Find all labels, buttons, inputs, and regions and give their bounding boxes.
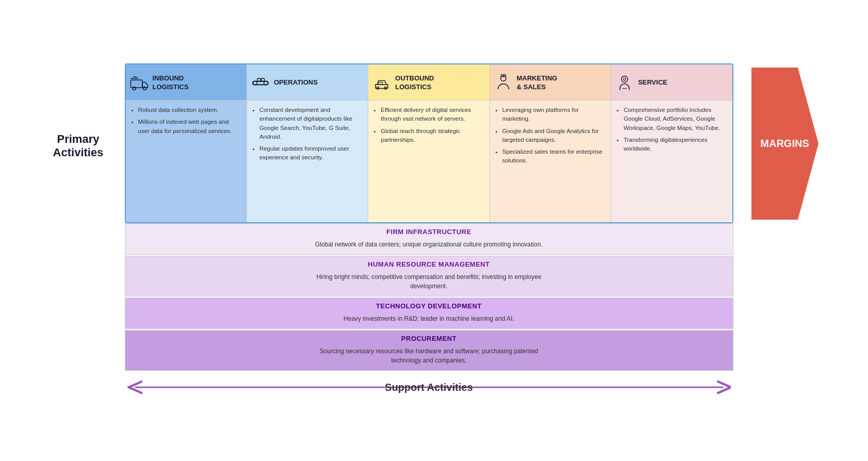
list-item: Constant development and enhancement of … — [259, 106, 363, 141]
proc-content: Sourcing necessary resources like hardwa… — [125, 344, 733, 370]
support-activities-label: Support Activities — [385, 382, 472, 393]
col-content-marketing: Leveraging own platforms for marketing. … — [490, 101, 611, 222]
firm-header: FIRM INFRASTRUCTURE — [125, 224, 733, 238]
primary-activities-section: INBOUND LOGISTICS Robust data collection… — [125, 63, 733, 223]
hrm-content: Hiring bright minds; competitive compens… — [125, 270, 733, 296]
conveyor-icon — [251, 74, 270, 92]
col-title-outbound: OUTBOUND LOGISTICS — [395, 74, 434, 92]
col-header-outbound: OUTBOUND LOGISTICS — [368, 64, 489, 101]
col-content-inbound: Robust data collection system. Millions … — [126, 101, 247, 222]
list-item: Global reach through strategic partnersh… — [381, 127, 484, 145]
col-header-inbound: INBOUND LOGISTICS — [126, 64, 247, 101]
col-header-operations: OPERATIONS — [247, 64, 368, 101]
primary-activities-label: PrimaryActivities — [47, 63, 109, 228]
list-item: Google Ads and Google Analytics for targ… — [502, 127, 605, 145]
column-operations: OPERATIONS Constant development and enha… — [247, 64, 368, 222]
column-marketing: $ MARKETING & SALES Leveraging own platf… — [490, 64, 611, 222]
support-row-proc: PROCUREMENT Sourcing necessary resources… — [125, 330, 733, 371]
support-section: FIRM INFRASTRUCTURE Global network of da… — [125, 223, 733, 371]
service-icon — [615, 74, 634, 92]
col-content-outbound: Efficient delivery of digital services t… — [368, 101, 489, 222]
list-item: Regular updates forimproved user experie… — [259, 144, 363, 162]
col-content-service: Comprehensive portfolio includes Google … — [611, 101, 732, 222]
support-activities-row: Support Activities — [125, 377, 733, 398]
col-header-marketing: $ MARKETING & SALES — [490, 64, 611, 101]
col-title-marketing: MARKETING & SALES — [517, 74, 558, 92]
hrm-header: HUMAN RESOURCE MANAGEMENT — [125, 256, 733, 270]
col-title-service: SERVICE — [638, 78, 667, 87]
proc-header: PROCUREMENT — [125, 331, 733, 344]
col-content-operations: Constant development and enhancement of … — [247, 101, 368, 222]
margins-label: MARGINS — [760, 138, 809, 150]
diagram-container: PrimaryActivities MARGINS INBOU — [47, 48, 821, 413]
svg-point-20 — [624, 78, 626, 80]
tech-content: Heavy investments in R&D; leader in mach… — [125, 312, 733, 328]
list-item: Robust data collection system. — [138, 106, 241, 114]
firm-content: Global network of data centers; unique o… — [125, 238, 733, 254]
column-inbound: INBOUND LOGISTICS Robust data collection… — [126, 64, 247, 222]
svg-point-19 — [621, 76, 628, 82]
column-outbound: OUTBOUND LOGISTICS Efficient delivery of… — [368, 64, 489, 222]
support-row-firm: FIRM INFRASTRUCTURE Global network of da… — [125, 223, 733, 255]
col-header-service: SERVICE — [611, 64, 732, 101]
tech-header: TECHNOLOGY DEVELOPMENT — [125, 298, 733, 312]
truck-icon — [130, 74, 149, 92]
svg-rect-6 — [253, 81, 268, 85]
list-item: Specialized sales teams for enterprise s… — [502, 147, 605, 166]
col-title-inbound: INBOUND LOGISTICS — [153, 74, 189, 92]
list-item: Leveraging own platforms for marketing. — [502, 106, 605, 124]
svg-rect-1 — [130, 80, 142, 88]
column-service: SERVICE Comprehensive portfolio includes… — [611, 64, 732, 222]
col-title-operations: OPERATIONS — [274, 78, 318, 87]
salesperson-icon: $ — [494, 74, 513, 92]
list-item: Transforming digitalexperiences worldwid… — [624, 136, 727, 154]
support-arrow-line: Support Activities — [125, 377, 733, 398]
support-row-tech: TECHNOLOGY DEVELOPMENT Heavy investments… — [125, 298, 733, 329]
margins-arrow: MARGINS — [749, 63, 821, 223]
support-row-hrm: HUMAN RESOURCE MANAGEMENT Hiring bright … — [125, 256, 733, 297]
list-item: Comprehensive portfolio includes Google … — [624, 106, 727, 133]
list-item: Efficient delivery of digital services t… — [381, 106, 484, 124]
car-icon — [372, 74, 391, 92]
list-item: Millions of indexed web pages and user d… — [138, 118, 241, 136]
